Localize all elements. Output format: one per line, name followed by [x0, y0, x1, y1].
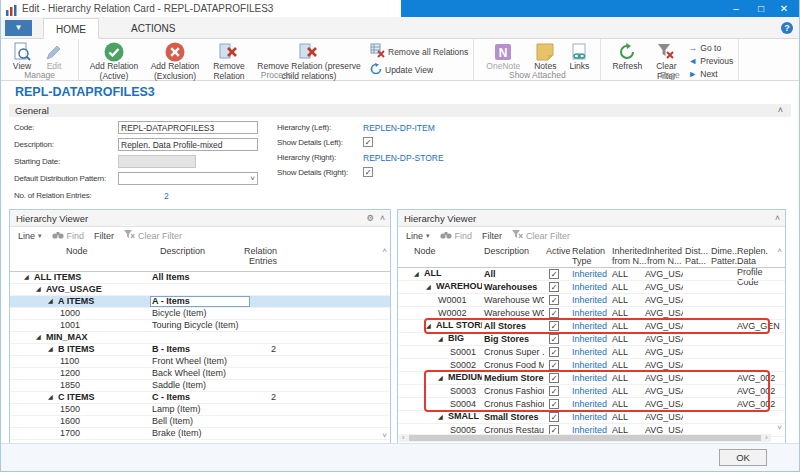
tree-row[interactable]: 1600Bell (Item) — [10, 416, 390, 428]
gear-icon[interactable]: ⚙ — [366, 210, 374, 227]
tab-actions[interactable]: ACTIONS — [119, 18, 187, 39]
code-field[interactable] — [118, 121, 258, 134]
maximize-button[interactable]: □ — [750, 1, 772, 16]
close-button[interactable]: ✕ — [773, 1, 795, 16]
show-details-left-checkbox[interactable]: ✓ — [363, 137, 373, 147]
scroll-up-icon[interactable]: ˄ — [382, 246, 387, 255]
general-section-header[interactable]: General ˄ — [9, 104, 791, 117]
show-details-right-checkbox[interactable]: ✓ — [363, 167, 373, 177]
relation-entries-value-link[interactable]: 2 — [164, 191, 169, 201]
tree-row[interactable]: ◢WAREHOUSESWarehouses✓InheritedALLAVG_US… — [398, 281, 785, 294]
relation-type-cell[interactable]: Inherited — [570, 269, 610, 280]
tree-row[interactable]: 1001Touring Bicycle (Item) — [10, 320, 390, 332]
previous-button[interactable]: ◄ Previous — [688, 56, 733, 66]
edit-button[interactable]: Edit — [39, 40, 69, 72]
relation-type-cell[interactable]: Inherited — [570, 360, 610, 371]
tree-row[interactable]: ◢AVG_USAGE — [10, 284, 390, 296]
tree-row[interactable]: ◢B ITEMSB - Items2 — [10, 344, 390, 356]
goto-button[interactable]: → Go to — [688, 43, 733, 53]
active-checkbox[interactable]: ✓ — [549, 386, 559, 396]
help-button[interactable]: ? — [781, 22, 793, 34]
filter-button[interactable]: Filter — [94, 231, 114, 241]
clear-filter-button-small[interactable]: Clear Filter — [512, 230, 570, 241]
tree-row[interactable]: 1700Brake (Item) — [10, 428, 390, 440]
tree-expander-icon[interactable]: ◢ — [438, 373, 448, 384]
tree-row[interactable]: 1850Saddle (Item) — [10, 380, 390, 392]
tree-expander-icon[interactable]: ◢ — [36, 284, 46, 295]
view-button[interactable]: View — [7, 40, 37, 72]
active-checkbox[interactable]: ✓ — [549, 334, 559, 344]
active-checkbox[interactable]: ✓ — [549, 321, 559, 331]
relation-type-cell[interactable]: Inherited — [570, 295, 610, 306]
relation-type-cell[interactable]: Inherited — [570, 373, 610, 384]
notes-button[interactable]: Notes — [528, 40, 562, 72]
column-header[interactable]: Description — [484, 246, 529, 256]
find-button[interactable]: Find — [52, 231, 85, 241]
scroll-down-icon[interactable]: ˅ — [382, 431, 387, 440]
hierarchy-left-value-link[interactable]: REPLEN-DP-ITEM — [363, 123, 435, 133]
tree-row[interactable]: S0001Cronus Super ...✓InheritedALLAVG_US… — [398, 346, 785, 359]
remove-all-relations-button[interactable]: Remove all Relations — [370, 43, 468, 60]
relation-type-cell[interactable]: Inherited — [570, 282, 610, 293]
tree-expander-icon[interactable]: ◢ — [48, 392, 58, 403]
app-menu-button[interactable]: ▼ — [5, 20, 32, 36]
active-checkbox[interactable]: ✓ — [549, 282, 559, 292]
active-checkbox[interactable]: ✓ — [549, 347, 559, 357]
line-menu-button[interactable]: Line ▾ — [406, 231, 430, 241]
column-header[interactable]: Description — [160, 246, 205, 256]
tree-row[interactable]: ◢SMALLSmall Stores✓InheritedALLAVG_USAGE — [398, 411, 785, 424]
collapse-caret-icon[interactable]: ˄ — [380, 210, 385, 227]
tree-row[interactable]: ◢ALL STORESAll Stores✓InheritedALLAVG_US… — [398, 320, 785, 333]
tree-expander-icon[interactable]: ◢ — [414, 269, 424, 280]
column-header[interactable]: Node — [66, 246, 88, 256]
tree-expander-icon[interactable]: ◢ — [438, 334, 448, 345]
minimize-button[interactable]: – — [725, 1, 747, 16]
column-header[interactable]: Inherited from N... — [612, 246, 647, 267]
tree-expander-icon[interactable]: ◢ — [48, 296, 58, 307]
tree-row[interactable]: ◢ALLAll✓InheritedALLAVG_USAGE — [398, 268, 785, 281]
tree-expander-icon[interactable]: ◢ — [438, 412, 448, 423]
active-checkbox[interactable]: ✓ — [549, 412, 559, 422]
tree-row[interactable]: 1200Back Wheel (Item) — [10, 368, 390, 380]
tree-row[interactable]: S0003Cronus Fashion...✓InheritedALLAVG_U… — [398, 385, 785, 398]
tree-expander-icon[interactable]: ◢ — [48, 344, 58, 355]
onenote-button[interactable]: N OneNote — [480, 40, 526, 72]
relation-type-cell[interactable]: Inherited — [570, 399, 610, 410]
refresh-button[interactable]: Refresh — [607, 40, 647, 72]
collapse-caret-icon[interactable]: ˄ — [778, 104, 783, 117]
relation-type-cell[interactable]: Inherited — [570, 386, 610, 397]
collapse-caret-icon[interactable]: ˄ — [775, 210, 780, 227]
tree-row[interactable]: ◢MIN_MAX — [10, 332, 390, 344]
active-checkbox[interactable]: ✓ — [549, 308, 559, 318]
tree-row[interactable]: ◢C ITEMSC - Items2 — [10, 392, 390, 404]
active-checkbox[interactable]: ✓ — [549, 360, 559, 370]
tab-home[interactable]: HOME — [43, 18, 99, 39]
tree-row[interactable]: 1500Lamp (Item) — [10, 404, 390, 416]
column-header[interactable]: Node — [414, 246, 436, 256]
relation-type-cell[interactable]: Inherited — [570, 321, 610, 332]
tree-row[interactable]: ◢A ITEMSA - Items — [10, 296, 390, 308]
scroll-down-icon[interactable]: ˅ — [777, 423, 782, 432]
tree-row[interactable]: ◢BIGBig Stores✓InheritedALLAVG_USAGE — [398, 333, 785, 346]
clear-filter-button-small[interactable]: Clear Filter — [124, 230, 182, 241]
relation-type-cell[interactable]: Inherited — [570, 347, 610, 358]
column-header[interactable]: Dist... Pat... — [685, 246, 708, 267]
scroll-right-icon[interactable]: › — [762, 434, 771, 442]
scrollbar-thumb[interactable] — [409, 435, 761, 441]
relation-type-cell[interactable]: Inherited — [570, 412, 610, 423]
find-button[interactable]: Find — [440, 231, 473, 241]
column-header[interactable]: Inherited from N... — [647, 246, 682, 267]
description-field[interactable] — [118, 138, 258, 151]
tree-expander-icon[interactable]: ◢ — [24, 272, 34, 283]
tree-row[interactable]: ◢ALL ITEMSAll Items — [10, 272, 390, 284]
tree-expander-icon[interactable]: ◢ — [426, 282, 436, 293]
relation-type-cell[interactable]: Inherited — [570, 308, 610, 319]
column-header[interactable]: Active — [546, 246, 571, 256]
filter-button[interactable]: Filter — [482, 231, 502, 241]
active-checkbox[interactable]: ✓ — [549, 269, 559, 279]
tree-expander-icon[interactable]: ◢ — [36, 332, 46, 343]
active-checkbox[interactable]: ✓ — [549, 399, 559, 409]
ok-button[interactable]: OK — [719, 449, 767, 466]
horizontal-scrollbar[interactable]: ‹ › — [399, 434, 771, 442]
tree-row[interactable]: S0004Cronus Fashion...✓InheritedALLAVG_U… — [398, 398, 785, 411]
